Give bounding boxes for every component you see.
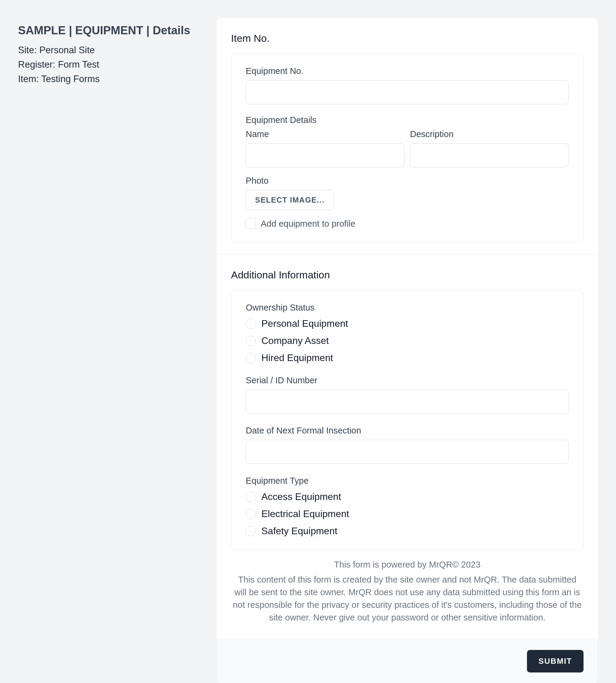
form-footer: SUBMIT xyxy=(217,639,598,683)
equipment-type-radio-label: Electrical Equipment xyxy=(261,508,349,520)
inspection-date-label: Date of Next Formal Insection xyxy=(246,426,569,436)
section-item-no: Item No. Equipment No. Equipment Details… xyxy=(217,18,598,254)
ownership-radio-label: Company Asset xyxy=(261,335,329,346)
equipment-type-radio-access[interactable] xyxy=(246,492,256,502)
equipment-type-radio-electrical[interactable] xyxy=(246,509,256,519)
item-card: Equipment No. Equipment Details Name Des… xyxy=(231,54,584,242)
submit-button[interactable]: SUBMIT xyxy=(527,650,584,673)
disclaimer: This content of this form is created by … xyxy=(231,573,584,627)
ownership-radio-personal[interactable] xyxy=(246,319,256,329)
page-title: SAMPLE | EQUIPMENT | Details xyxy=(18,24,204,37)
photo-label: Photo xyxy=(246,176,569,186)
add-to-profile-checkbox[interactable] xyxy=(246,219,256,229)
ownership-status-label: Ownership Status xyxy=(246,303,569,313)
section-additional: Additional Information Ownership Status … xyxy=(217,254,598,639)
inspection-date-input[interactable] xyxy=(246,440,569,464)
ownership-radio-hired[interactable] xyxy=(246,353,256,363)
ownership-status-group: Personal Equipment Company Asset Hired E… xyxy=(246,318,569,363)
ownership-radio-label: Hired Equipment xyxy=(261,352,333,363)
select-image-button[interactable]: SELECT IMAGE... xyxy=(246,190,334,210)
serial-label: Serial / ID Number xyxy=(246,375,569,385)
equipment-type-radio-label: Access Equipment xyxy=(261,491,341,502)
equipment-no-label: Equipment No. xyxy=(246,66,569,76)
description-label: Description xyxy=(410,129,569,139)
equipment-details-label: Equipment Details xyxy=(246,115,569,125)
section-additional-title: Additional Information xyxy=(231,269,584,281)
ownership-radio-label: Personal Equipment xyxy=(261,318,348,329)
form-panel: Item No. Equipment No. Equipment Details… xyxy=(217,18,598,683)
site-line: Site: Personal Site xyxy=(18,43,204,58)
powered-by: This form is powered by MrQR© 2023 xyxy=(231,560,584,570)
ownership-radio-company[interactable] xyxy=(246,336,256,346)
name-label: Name xyxy=(246,129,404,139)
section-item-title: Item No. xyxy=(231,32,584,44)
equipment-type-radio-label: Safety Equipment xyxy=(261,525,337,537)
equipment-type-label: Equipment Type xyxy=(246,476,569,486)
additional-card: Ownership Status Personal Equipment Comp… xyxy=(231,290,584,550)
name-input[interactable] xyxy=(246,143,404,167)
register-line: Register: Form Test xyxy=(18,58,204,72)
equipment-no-input[interactable] xyxy=(246,80,569,104)
equipment-type-radio-safety[interactable] xyxy=(246,526,256,536)
equipment-type-group: Access Equipment Electrical Equipment Sa… xyxy=(246,491,569,537)
serial-input[interactable] xyxy=(246,390,569,414)
page-meta: Site: Personal Site Register: Form Test … xyxy=(18,43,204,86)
add-to-profile-label: Add equipment to profile xyxy=(261,219,355,229)
description-input[interactable] xyxy=(410,143,569,167)
item-line: Item: Testing Forms xyxy=(18,72,204,86)
sidebar: SAMPLE | EQUIPMENT | Details Site: Perso… xyxy=(18,18,204,683)
